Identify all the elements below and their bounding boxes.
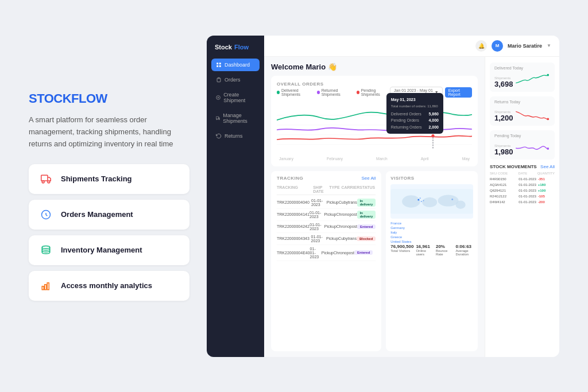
mini-chart-returns — [513, 106, 550, 122]
nav-user-name: Mario Saratire — [508, 43, 542, 49]
sidebar-item-orders[interactable]: Orders — [211, 73, 260, 86]
sidebar-label-dashboard: Dashboard — [225, 62, 250, 68]
visitors-stats: 76,900,500 Total Visitors 16,961 Online … — [390, 244, 473, 256]
feature-inventory[interactable]: Inventory Management — [29, 235, 189, 265]
user-avatar[interactable]: M — [492, 40, 503, 52]
feature-orders[interactable]: Orders Management — [29, 200, 189, 230]
chart-tooltip: May 01, 2023 Total number of orders: 11,… — [386, 93, 443, 134]
country-item-us: United States — [390, 239, 473, 244]
legend-dot-pending — [357, 91, 359, 94]
sidebar-brand-black: Stock — [215, 44, 232, 51]
brand-logo: STOCKFLOW — [29, 91, 189, 106]
feature-shipments-label: Shipments Tracking — [61, 174, 132, 183]
sidebar: StockFlow Dashboard Orders Create Shipme… — [207, 36, 264, 357]
stat-card-pending: Pending Today Shipments 1,980 — [490, 130, 555, 160]
visitor-stat-1: 16,961 Online users — [416, 244, 434, 256]
table-row: TRK22000004040 01-01-2023 Pickup Cubytra… — [277, 197, 376, 209]
right-panel: Delivered Today Shipments 3,698 — [485, 57, 559, 357]
svg-point-32 — [421, 200, 422, 201]
brand-blue: FLOW — [71, 91, 107, 106]
stat-title-pending: Pending Today — [494, 134, 550, 138]
visitors-header: VISITORS — [390, 176, 473, 181]
svg-point-31 — [418, 199, 420, 200]
export-button[interactable]: Export Report — [445, 87, 472, 98]
status-badge: Blocked — [357, 236, 376, 241]
svg-rect-11 — [219, 65, 221, 67]
status-badge: Entered — [357, 224, 376, 229]
sidebar-item-create-shipment[interactable]: Create Shipment — [211, 88, 260, 107]
x-label-apr: April — [421, 157, 429, 161]
tooltip-date: May 01, 2023 — [391, 96, 439, 103]
sidebar-label-orders: Orders — [225, 77, 241, 83]
tooltip-row-3: Returning Orders 2,000 — [391, 124, 439, 130]
svg-rect-9 — [219, 63, 221, 64]
svg-point-27 — [402, 195, 420, 208]
col-carrier: CARRIER — [341, 185, 359, 193]
svg-rect-10 — [216, 65, 218, 67]
sidebar-item-dashboard[interactable]: Dashboard — [211, 59, 260, 71]
stock-movements-section: STOCK MOVEMENTS See All SKU CODE DATE QU… — [490, 164, 555, 351]
sidebar-item-returns[interactable]: Returns — [211, 130, 260, 142]
svg-point-34 — [423, 200, 424, 201]
svg-point-30 — [456, 200, 466, 208]
stock-row: Q6294121 01-01-2023 +100 — [490, 188, 555, 193]
tracking-see-all[interactable]: See All — [361, 176, 376, 181]
tooltip-subtitle: Total number of orders: 11,860 — [391, 104, 439, 110]
tooltip-label-2: Pending Orders — [391, 117, 419, 123]
stock-see-all[interactable]: See All — [540, 164, 555, 169]
visitors-map — [390, 184, 473, 219]
stock-row: R4R30150 01-01-2023 -351 — [490, 176, 555, 182]
legend-label-returned: Returned Shipments — [322, 88, 352, 96]
tracking-table-header: TRACKING SHIP DATE TYPE CARRIER STATUS — [277, 184, 376, 195]
tooltip-val-1: 5,860 — [428, 111, 439, 117]
tracking-title: TRACKING — [277, 176, 303, 181]
legend-dot-returned — [317, 91, 320, 94]
top-nav: 🔔 M Mario Saratire ▼ — [264, 36, 559, 57]
visitor-stat-0: 76,900,500 Total Visitors — [390, 244, 413, 256]
stat-label-delivered: Shipments — [494, 76, 513, 80]
inventory-icon — [38, 242, 54, 258]
mini-chart-delivered — [513, 72, 550, 88]
feature-shipments[interactable]: Shipments Tracking — [29, 164, 189, 194]
svg-point-25 — [431, 134, 434, 137]
svg-point-4 — [42, 246, 50, 249]
stat-title-delivered: Delivered Today — [494, 66, 550, 70]
sidebar-brand: StockFlow — [211, 44, 260, 51]
country-item-italy: Italy — [390, 230, 473, 235]
svg-point-29 — [438, 195, 459, 206]
tooltip-label-3: Returning Orders — [391, 124, 422, 130]
legend-label-pending: Pending Shipments — [361, 88, 390, 96]
tooltip-val-3: 2,000 — [428, 124, 439, 130]
shipments-icon — [38, 171, 54, 187]
svg-rect-0 — [41, 175, 48, 181]
svg-point-37 — [547, 118, 549, 120]
stat-value-returns: 1,200 — [494, 114, 513, 122]
sidebar-label-returns: Returns — [225, 133, 243, 139]
bell-icon[interactable]: 🔔 — [475, 40, 487, 52]
stat-title-returns: Returns Today — [494, 100, 550, 104]
stat-value-delivered: 3,698 — [494, 80, 513, 88]
sidebar-item-manage-shipments[interactable]: Manage Shipments — [211, 109, 260, 127]
stock-table-header: SKU CODE DATE QUANTITY — [490, 172, 555, 175]
svg-point-17 — [219, 119, 220, 120]
stat-card-delivered: Delivered Today Shipments 3,698 — [490, 63, 555, 92]
sidebar-label-create: Create Shipment — [223, 92, 255, 103]
page-wrapper: STOCKFLOW A smart platform for seamless … — [0, 0, 588, 392]
svg-point-16 — [216, 119, 218, 120]
country-list: France Germany Italy Greece — [390, 221, 473, 244]
tracking-header: TRACKING See All — [277, 176, 376, 181]
stock-row: R24G2122 01-01-2023 -105 — [490, 193, 555, 199]
main-content: 🔔 M Mario Saratire ▼ Welcome Mario 👋 OVE… — [264, 36, 559, 357]
table-row: TRK22000004242 01-01-2023 Pickup Chronop… — [277, 221, 376, 233]
stock-title: STOCK MOVEMENTS — [490, 164, 537, 169]
visitors-title: VISITORS — [390, 176, 414, 181]
chart-legend: Delivered Shipments Returned Shipments P… — [277, 88, 390, 96]
sidebar-brand-blue: Flow — [234, 44, 249, 51]
mini-chart-pending — [513, 140, 550, 156]
orders-icon — [38, 207, 54, 223]
svg-rect-5 — [42, 286, 44, 289]
feature-analytics[interactable]: Access monthly analytics — [29, 271, 189, 301]
stock-row: D4W4142 01-01-2023 -200 — [490, 199, 555, 205]
brand-black: STOCK — [29, 91, 71, 106]
legend-delivered: Delivered Shipments — [277, 88, 312, 96]
